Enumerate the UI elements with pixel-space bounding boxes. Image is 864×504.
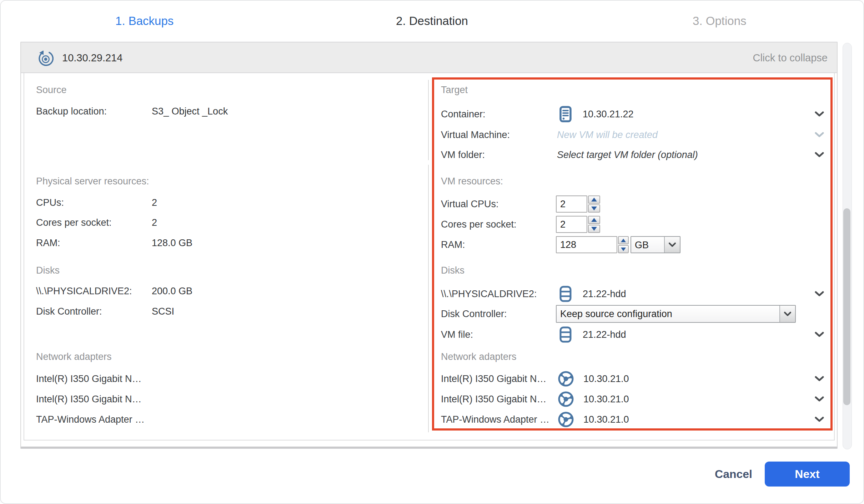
- next-button[interactable]: Next: [765, 462, 850, 487]
- disk-icon: [559, 326, 572, 343]
- vm-folder-placeholder[interactable]: Select target VM folder (optional): [557, 148, 698, 162]
- ram-value: 128.0 GB: [152, 236, 192, 250]
- target-disk-value: 21.22-hdd: [583, 287, 626, 301]
- ram-unit-chevron-icon[interactable]: [664, 237, 680, 253]
- adapter-chevron-icon[interactable]: [815, 417, 824, 422]
- cancel-button[interactable]: Cancel: [709, 462, 758, 486]
- machine-header-bar[interactable]: [21, 42, 837, 73]
- disk-icon: [559, 286, 572, 302]
- disk-controller-value: SCSI: [152, 304, 174, 319]
- cores-value: 2: [152, 215, 157, 230]
- network-icon: [558, 391, 574, 407]
- vertical-scrollbar-thumb[interactable]: [843, 208, 850, 405]
- collapse-toggle[interactable]: Click to collapse: [753, 50, 828, 66]
- target-adapter-value: 10.30.21.0: [583, 372, 629, 386]
- restore-point-icon: [38, 51, 54, 66]
- tab-destination[interactable]: 2. Destination: [288, 13, 576, 29]
- disk-controller-label: Disk Controller:: [36, 304, 102, 319]
- ram-unit-select[interactable]: GB: [631, 236, 680, 253]
- physicaldrive-value: 200.0 GB: [152, 284, 192, 298]
- physical-resources-heading: Physical server resources:: [36, 174, 149, 188]
- virtual-cpus-up-icon[interactable]: [588, 195, 600, 204]
- vm-file-label: VM file:: [441, 327, 473, 342]
- ram-stepper: [618, 236, 629, 253]
- target-disks-heading: Disks: [441, 263, 464, 278]
- virtual-machine-dropdown-chevron-icon[interactable]: [815, 132, 824, 138]
- target-adapter-name: Intel(R) I350 Gigabit N…: [441, 372, 547, 386]
- target-heading: Target: [441, 83, 468, 97]
- target-disk-chevron-icon[interactable]: [815, 291, 824, 297]
- target-adapter-value: 10.30.21.0: [583, 412, 629, 427]
- cores-per-socket-input[interactable]: [556, 216, 587, 233]
- virtual-cpus-label: Virtual CPUs:: [441, 197, 499, 211]
- ram-label: RAM:: [36, 236, 60, 250]
- network-icon: [558, 411, 574, 428]
- target-ram-label: RAM:: [441, 238, 465, 252]
- target-network-heading: Network adapters: [441, 350, 517, 364]
- vm-file-chevron-icon[interactable]: [815, 332, 824, 337]
- column-divider: [428, 80, 429, 160]
- disks-heading: Disks: [36, 263, 60, 278]
- target-adapter-name: Intel(R) I350 Gigabit N…: [441, 392, 547, 406]
- cores-per-socket-stepper: [588, 216, 600, 233]
- target-cores-label: Cores per socket:: [441, 217, 517, 231]
- cores-label: Cores per socket:: [36, 215, 112, 230]
- disk-controller-select[interactable]: Keep source configuration: [556, 305, 796, 323]
- virtual-machine-placeholder[interactable]: New VM will be created: [557, 128, 658, 142]
- container-dropdown-chevron-icon[interactable]: [815, 111, 824, 117]
- cpus-value: 2: [152, 195, 157, 210]
- target-disk-controller-label: Disk Controller:: [441, 307, 507, 321]
- container-value: 10.30.21.22: [583, 107, 634, 121]
- backup-location-value: S3_ Object _Lock: [152, 104, 228, 118]
- ram-input[interactable]: [556, 236, 617, 253]
- adapter-name: TAP-Windows Adapter …: [36, 412, 145, 427]
- target-adapter-name: TAP-Windows Adapter …: [441, 412, 549, 427]
- container-label: Container:: [441, 107, 486, 121]
- tab-options[interactable]: 3. Options: [576, 13, 863, 29]
- adapter-name: Intel(R) I350 Gigabit N…: [36, 392, 142, 406]
- target-adapter-value: 10.30.21.0: [583, 392, 629, 406]
- cpus-label: CPUs:: [36, 195, 64, 210]
- disk-controller-value: Keep source configuration: [557, 306, 779, 322]
- virtual-cpus-down-icon[interactable]: [588, 204, 600, 213]
- vm-folder-label: VM folder:: [441, 148, 485, 162]
- vm-resources-heading: VM resources:: [441, 174, 503, 188]
- wizard-steps: 1. Backups 2. Destination 3. Options: [1, 13, 863, 29]
- ram-up-icon[interactable]: [618, 236, 629, 244]
- network-icon: [558, 371, 574, 387]
- target-physicaldrive-label: \\.\PHYSICALDRIVE2:: [441, 287, 537, 301]
- tab-backups[interactable]: 1. Backups: [1, 13, 288, 29]
- cores-down-icon[interactable]: [588, 225, 600, 233]
- machine-ip: 10.30.29.214: [62, 50, 122, 66]
- virtual-cpus-stepper: [588, 195, 600, 213]
- adapter-chevron-icon[interactable]: [815, 376, 824, 382]
- virtual-cpus-input[interactable]: [556, 195, 587, 213]
- ram-unit-value: GB: [631, 237, 664, 253]
- vm-file-value: 21.22-hdd: [583, 327, 626, 342]
- container-icon: [559, 106, 572, 122]
- cores-up-icon[interactable]: [588, 216, 600, 224]
- column-divider: [428, 165, 429, 432]
- adapter-name: Intel(R) I350 Gigabit N…: [36, 372, 142, 386]
- ram-down-icon[interactable]: [618, 245, 629, 253]
- restore-wizard-dialog: 1. Backups 2. Destination 3. Options 10.…: [0, 0, 864, 504]
- physicaldrive-label: \\.\PHYSICALDRIVE2:: [36, 284, 132, 298]
- virtual-machine-label: Virtual Machine:: [441, 128, 510, 142]
- disk-controller-chevron-icon[interactable]: [779, 306, 795, 322]
- backup-location-label: Backup location:: [36, 104, 107, 118]
- source-heading: Source: [36, 83, 67, 97]
- network-adapters-heading: Network adapters: [36, 350, 112, 364]
- adapter-chevron-icon[interactable]: [815, 396, 824, 402]
- vm-folder-dropdown-chevron-icon[interactable]: [815, 152, 824, 158]
